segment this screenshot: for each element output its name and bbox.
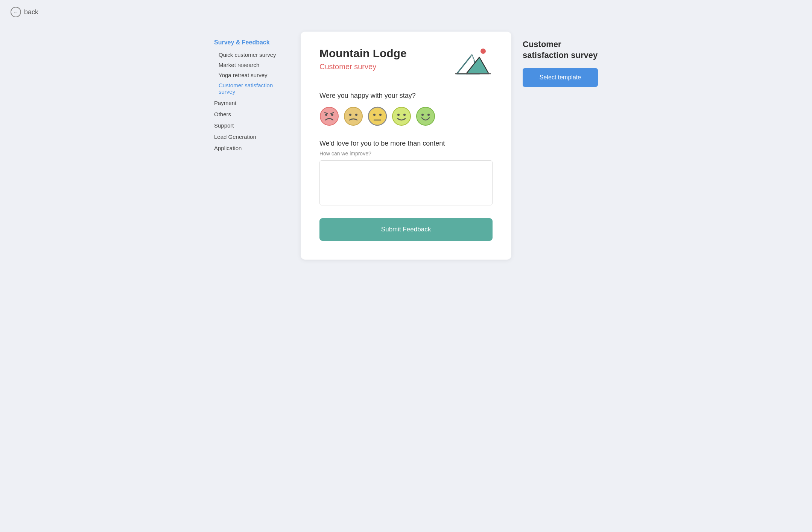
svg-point-13 bbox=[368, 107, 386, 125]
svg-point-21 bbox=[421, 114, 424, 116]
emoji-very-unhappy[interactable] bbox=[319, 106, 339, 126]
svg-point-12 bbox=[355, 114, 357, 116]
company-name: Mountain Lodge bbox=[319, 47, 407, 60]
card-title-group: Mountain Lodge Customer survey bbox=[319, 47, 407, 71]
svg-point-10 bbox=[344, 107, 362, 125]
emoji-unhappy[interactable] bbox=[344, 106, 363, 126]
main-layout: Survey & Feedback Quick customer survey … bbox=[0, 24, 812, 275]
svg-point-19 bbox=[403, 114, 406, 116]
sidebar-item-customer-satisfaction-survey[interactable]: Customer satisfaction survey bbox=[214, 80, 289, 97]
back-arrow-icon: ← bbox=[11, 7, 21, 17]
sidebar-group-payment[interactable]: Payment bbox=[214, 97, 289, 108]
svg-point-0 bbox=[481, 49, 486, 54]
sidebar-group-support[interactable]: Support bbox=[214, 119, 289, 131]
sidebar-item-market-research[interactable]: Market research bbox=[214, 60, 289, 70]
svg-point-11 bbox=[349, 114, 351, 116]
feedback-textarea[interactable] bbox=[319, 160, 493, 205]
sidebar-group-lead-generation[interactable]: Lead Generation bbox=[214, 131, 289, 142]
survey-question-2-sub: How can we improve? bbox=[319, 150, 493, 157]
emoji-row bbox=[319, 106, 493, 126]
survey-question-1: Were you happy with your stay? bbox=[319, 92, 493, 100]
template-title: Customer satisfaction survey bbox=[523, 39, 598, 61]
card-header: Mountain Lodge Customer survey bbox=[319, 47, 493, 77]
top-bar: ← back bbox=[0, 0, 812, 24]
card-subtitle: Customer survey bbox=[319, 62, 407, 71]
preview-card: Mountain Lodge Customer survey Were you … bbox=[301, 32, 511, 260]
emoji-slightly-happy[interactable] bbox=[392, 106, 411, 126]
svg-point-7 bbox=[331, 114, 333, 116]
select-template-button[interactable]: Select template bbox=[523, 68, 598, 87]
svg-point-15 bbox=[379, 114, 382, 116]
back-label: back bbox=[24, 8, 38, 16]
back-button[interactable]: ← back bbox=[11, 7, 38, 17]
right-panel: Customer satisfaction survey Select temp… bbox=[523, 32, 598, 87]
svg-point-6 bbox=[325, 114, 327, 116]
svg-point-18 bbox=[397, 114, 400, 116]
sidebar-item-yoga-retreat-survey[interactable]: Yoga retreat survey bbox=[214, 70, 289, 80]
svg-point-17 bbox=[392, 107, 411, 125]
sidebar-group-others[interactable]: Others bbox=[214, 108, 289, 119]
sidebar-category-survey-feedback[interactable]: Survey & Feedback bbox=[214, 39, 289, 46]
svg-marker-2 bbox=[466, 57, 489, 74]
mountain-logo-icon bbox=[451, 47, 493, 77]
submit-feedback-button[interactable]: Submit Feedback bbox=[319, 218, 493, 241]
sidebar: Survey & Feedback Quick customer survey … bbox=[214, 32, 289, 153]
emoji-happy[interactable] bbox=[416, 106, 435, 126]
emoji-neutral[interactable] bbox=[368, 106, 387, 126]
svg-point-22 bbox=[427, 114, 430, 116]
svg-point-20 bbox=[417, 107, 435, 125]
survey-question-2: We'd love for you to be more than conten… bbox=[319, 140, 493, 147]
sidebar-group-application[interactable]: Application bbox=[214, 142, 289, 153]
svg-point-14 bbox=[373, 114, 376, 116]
sidebar-item-quick-customer-survey[interactable]: Quick customer survey bbox=[214, 50, 289, 60]
svg-point-5 bbox=[320, 107, 338, 125]
